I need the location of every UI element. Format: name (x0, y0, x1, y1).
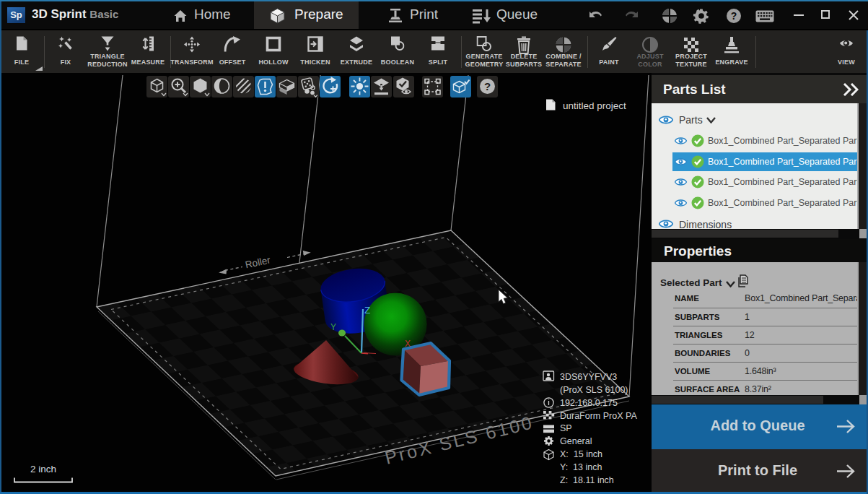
svg-text:SP: SP (560, 423, 572, 433)
svg-text:(ProX SLS 6100): (ProX SLS 6100) (560, 385, 628, 395)
svg-text:Y: Y (330, 322, 336, 332)
svg-text:General: General (560, 436, 592, 446)
svg-text:2 inch: 2 inch (30, 464, 56, 474)
svg-text:?: ? (484, 80, 491, 92)
svg-text:Y: 13 inch: Y: 13 inch (560, 462, 602, 472)
svg-text:Z: 18.11 inch: Z: 18.11 inch (560, 475, 614, 485)
svg-text:192.168.0.175: 192.168.0.175 (560, 398, 618, 408)
svg-text:Roller: Roller (245, 254, 272, 270)
svg-text:3DS6YYFVV3: 3DS6YYFVV3 (560, 372, 617, 382)
svg-text:untitled project: untitled project (563, 100, 626, 111)
svg-text:X: 15 inch: X: 15 inch (560, 449, 602, 459)
svg-text:?: ? (731, 10, 737, 22)
svg-text:X: X (405, 339, 411, 349)
svg-text:Z: Z (364, 305, 370, 316)
svg-text:DuraForm ProX PA: DuraForm ProX PA (560, 411, 637, 421)
